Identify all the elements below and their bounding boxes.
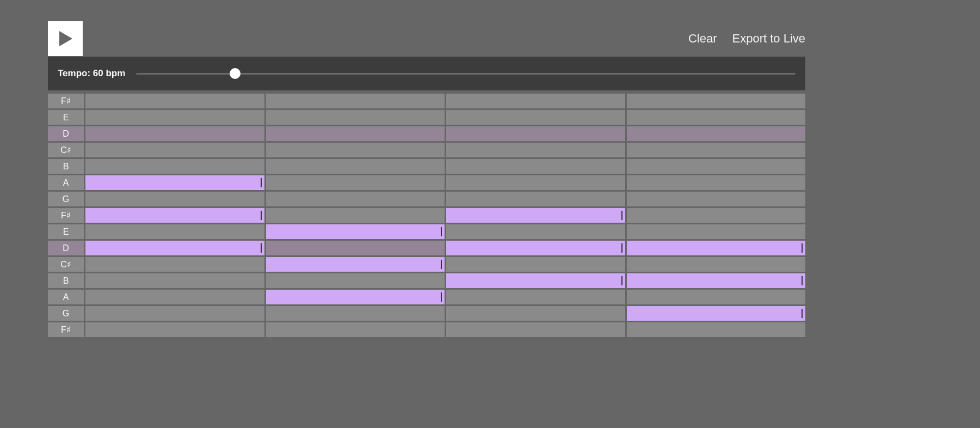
grid-cell[interactable] — [627, 290, 806, 304]
grid-cell[interactable] — [266, 192, 445, 206]
grid-cell[interactable] — [266, 143, 445, 157]
note[interactable] — [446, 273, 625, 288]
row-label: E — [48, 110, 84, 125]
grid-cell[interactable] — [266, 126, 445, 141]
grid-cell[interactable] — [85, 94, 264, 108]
grid-cell[interactable] — [85, 192, 264, 206]
export-button[interactable]: Export to Live — [732, 32, 805, 46]
tempo-label: Tempo: 60 bpm — [58, 68, 125, 79]
grid-cell[interactable] — [446, 224, 625, 239]
grid-cell[interactable] — [85, 322, 264, 337]
grid-cell[interactable] — [627, 175, 806, 190]
grid-cell[interactable] — [627, 192, 806, 206]
note[interactable] — [85, 175, 264, 190]
toolbar-actions: Clear Export to Live — [688, 32, 805, 46]
grid-cell[interactable] — [266, 257, 445, 272]
tempo-bar: Tempo: 60 bpm — [48, 57, 805, 90]
grid-row: E — [48, 110, 805, 125]
grid-cell[interactable] — [627, 322, 806, 337]
note[interactable] — [627, 273, 806, 288]
row-label: G — [48, 192, 84, 206]
grid-cell[interactable] — [446, 143, 625, 157]
row-label: G — [48, 306, 84, 321]
grid-cell[interactable] — [85, 306, 264, 321]
grid-cell[interactable] — [446, 110, 625, 125]
row-label: F♯ — [48, 94, 84, 108]
grid-cell[interactable] — [446, 126, 625, 141]
grid-cell[interactable] — [85, 159, 264, 174]
grid-cell[interactable] — [627, 306, 806, 321]
grid-cell[interactable] — [446, 290, 625, 304]
grid-cell[interactable] — [266, 110, 445, 125]
grid-cell[interactable] — [85, 241, 264, 255]
grid-cell[interactable] — [85, 208, 264, 223]
grid-cell[interactable] — [85, 110, 264, 125]
grid-row: G — [48, 192, 805, 206]
grid-cell[interactable] — [266, 208, 445, 223]
grid-cell[interactable] — [446, 208, 625, 223]
tempo-slider[interactable] — [136, 68, 796, 79]
grid-cell[interactable] — [446, 273, 625, 288]
grid-cell[interactable] — [446, 192, 625, 206]
grid-cell[interactable] — [266, 241, 445, 255]
grid-cell[interactable] — [627, 143, 806, 157]
grid-row: F♯ — [48, 322, 805, 337]
grid-cell[interactable] — [446, 306, 625, 321]
grid-cell[interactable] — [627, 224, 806, 239]
note[interactable] — [627, 241, 806, 255]
note[interactable] — [85, 208, 264, 223]
note[interactable] — [627, 306, 806, 321]
grid-cell[interactable] — [266, 159, 445, 174]
row-label: D — [48, 126, 84, 141]
row-label: F♯ — [48, 322, 84, 337]
grid-row: A — [48, 175, 805, 190]
grid-cell[interactable] — [627, 94, 806, 108]
note[interactable] — [446, 241, 625, 255]
svg-marker-0 — [59, 31, 72, 46]
grid-row: G — [48, 306, 805, 321]
grid-cell[interactable] — [627, 126, 806, 141]
grid-row: D — [48, 126, 805, 141]
row-label: F♯ — [48, 208, 84, 223]
grid-cell[interactable] — [266, 94, 445, 108]
grid-cell[interactable] — [266, 224, 445, 239]
grid-cell[interactable] — [266, 175, 445, 190]
grid-cell[interactable] — [85, 273, 264, 288]
grid-cell[interactable] — [85, 143, 264, 157]
grid-row: D — [48, 241, 805, 255]
grid-cell[interactable] — [446, 241, 625, 255]
grid-cell[interactable] — [85, 126, 264, 141]
note[interactable] — [266, 290, 445, 304]
note[interactable] — [266, 224, 445, 239]
grid-cell[interactable] — [627, 273, 806, 288]
tempo-slider-thumb[interactable] — [230, 68, 241, 79]
grid-cell[interactable] — [266, 306, 445, 321]
grid-cell[interactable] — [85, 290, 264, 304]
grid-cell[interactable] — [627, 110, 806, 125]
grid-cell[interactable] — [627, 208, 806, 223]
grid-cell[interactable] — [446, 257, 625, 272]
grid-cell[interactable] — [627, 241, 806, 255]
note[interactable] — [266, 257, 445, 272]
grid-cell[interactable] — [266, 290, 445, 304]
row-label: D — [48, 241, 84, 255]
grid-cell[interactable] — [627, 159, 806, 174]
note[interactable] — [85, 241, 264, 255]
row-label: E — [48, 224, 84, 239]
grid-cell[interactable] — [446, 175, 625, 190]
grid-cell[interactable] — [266, 273, 445, 288]
grid-cell[interactable] — [627, 257, 806, 272]
note[interactable] — [446, 208, 625, 223]
note-grid: F♯EDC♯BAGF♯EDC♯BAGF♯ — [48, 94, 805, 337]
grid-cell[interactable] — [266, 322, 445, 337]
grid-cell[interactable] — [85, 224, 264, 239]
grid-cell[interactable] — [446, 94, 625, 108]
grid-cell[interactable] — [446, 159, 625, 174]
play-button[interactable] — [48, 21, 83, 56]
grid-cell[interactable] — [446, 322, 625, 337]
grid-cell[interactable] — [85, 257, 264, 272]
grid-row: B — [48, 273, 805, 288]
grid-row: B — [48, 159, 805, 174]
clear-button[interactable]: Clear — [688, 32, 717, 46]
grid-cell[interactable] — [85, 175, 264, 190]
